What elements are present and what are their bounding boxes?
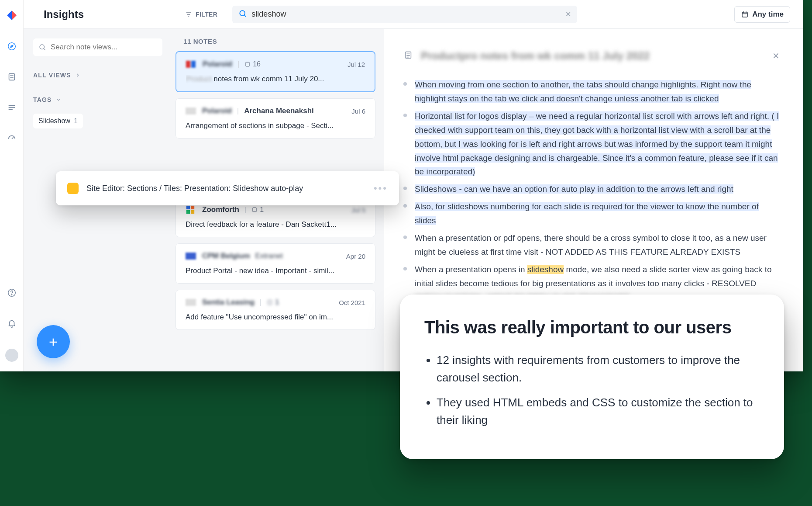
- note-card[interactable]: Polaroid | 16 Jul 12 Product notes from …: [175, 51, 375, 92]
- compass-icon[interactable]: [7, 41, 17, 52]
- note-title: Direct feedback for a feature - Dan Sack…: [186, 220, 365, 229]
- svg-rect-4: [9, 74, 14, 80]
- all-views-link[interactable]: ALL VIEWS: [33, 72, 162, 79]
- note-card[interactable]: CPM Belgium Extranet Apr 20 Product Port…: [175, 243, 375, 284]
- overlay-summary-card: This was really important to our users 1…: [400, 295, 784, 459]
- note-title: Product Portal - new idea - Important - …: [186, 267, 365, 275]
- search-icon: [238, 9, 247, 20]
- insight-popover[interactable]: Site Editor: Sections / Tiles: Presentat…: [56, 171, 399, 205]
- note-date: Jul 5: [351, 206, 365, 214]
- document-icon[interactable]: [7, 72, 17, 82]
- svg-marker-3: [10, 45, 13, 48]
- tag-count: 1: [74, 117, 78, 125]
- note-detail-title: Productpro notes from wk comm 11 July 20…: [421, 50, 650, 62]
- note-author: Polaroid: [203, 60, 232, 69]
- note-icon: [403, 50, 413, 62]
- svg-rect-25: [191, 61, 196, 68]
- note-author: Sentia Leasing: [202, 298, 255, 307]
- note-file-count: 1: [251, 206, 264, 214]
- app-logo-icon[interactable]: [6, 10, 17, 21]
- svg-line-17: [244, 15, 246, 17]
- svg-rect-32: [253, 208, 256, 211]
- clear-search-icon[interactable]: ✕: [565, 10, 571, 18]
- notes-count-label: 11 NOTES: [183, 38, 375, 45]
- note-title: Arrangement of sections in subpage - Sec…: [186, 121, 365, 130]
- search-note-views[interactable]: [33, 38, 162, 56]
- list-icon[interactable]: [7, 102, 17, 113]
- close-icon[interactable]: ✕: [772, 51, 780, 61]
- source-icon: [186, 60, 197, 69]
- svg-rect-35: [268, 300, 272, 304]
- overlay-bullet: They used HTML embeds and CSS to customi…: [437, 394, 760, 429]
- svg-point-22: [40, 45, 45, 49]
- help-icon[interactable]: [7, 288, 17, 298]
- note-author: CPM Belgium: [202, 252, 250, 260]
- note-title: Product notes from wk comm 11 July 20...: [186, 75, 365, 83]
- source-icon: [186, 205, 197, 214]
- note-extra: Extranet: [255, 252, 283, 260]
- search-note-views-input[interactable]: [51, 43, 157, 52]
- tag-name: Slideshow: [38, 117, 70, 125]
- page-title: Insights: [44, 8, 170, 21]
- dashboard-icon[interactable]: [7, 133, 17, 143]
- note-author: Zoomforth: [202, 205, 239, 214]
- search-input[interactable]: [251, 10, 565, 19]
- source-icon: [186, 107, 197, 115]
- file-icon: [267, 299, 273, 305]
- note-date: Jul 12: [348, 61, 365, 68]
- source-icon: [186, 252, 197, 260]
- date-range-button[interactable]: Any time: [734, 6, 790, 23]
- filter-button[interactable]: FILTER: [181, 8, 222, 21]
- svg-rect-27: [186, 107, 196, 114]
- svg-point-16: [240, 10, 245, 16]
- file-icon: [251, 207, 258, 213]
- nav-rail: [0, 0, 24, 371]
- svg-point-12: [11, 295, 12, 295]
- add-button[interactable]: +: [37, 325, 70, 358]
- note-detail-bullets: When moving from one section to another,…: [403, 78, 780, 305]
- note-file-count: 1: [267, 298, 279, 306]
- note-card[interactable]: Sentia Leasing | 1 Oct 2021 Add feature …: [175, 290, 375, 330]
- file-icon: [244, 61, 251, 67]
- overlay-heading: This was really important to our users: [424, 316, 760, 338]
- color-swatch-icon: [67, 183, 79, 194]
- svg-rect-29: [191, 206, 194, 209]
- svg-marker-1: [12, 10, 17, 20]
- svg-rect-30: [186, 210, 190, 214]
- svg-rect-33: [186, 253, 196, 260]
- svg-rect-34: [186, 299, 196, 306]
- search-icon: [38, 43, 46, 51]
- filter-icon: [185, 11, 192, 18]
- calendar-icon: [741, 10, 749, 18]
- topbar: Insights FILTER ✕ Any time: [24, 0, 803, 29]
- svg-rect-26: [246, 62, 249, 66]
- chevron-down-icon: [55, 97, 62, 103]
- svg-rect-28: [186, 206, 190, 209]
- overlay-bullet: 12 insights with requirements from custo…: [437, 351, 760, 387]
- bell-icon[interactable]: [7, 318, 17, 329]
- note-source-blurred: Polaroid: [202, 107, 232, 115]
- svg-line-10: [12, 137, 14, 139]
- date-range-label: Any time: [752, 10, 784, 19]
- chevron-right-icon: [75, 72, 81, 78]
- note-date: Oct 2021: [339, 299, 365, 306]
- source-icon: [186, 298, 197, 307]
- svg-rect-18: [742, 12, 747, 17]
- avatar[interactable]: [5, 349, 18, 362]
- insight-popover-text: Site Editor: Sections / Tiles: Presentat…: [86, 184, 303, 193]
- note-title: Add feature "Use uncompressed file" on i…: [186, 313, 365, 322]
- note-card[interactable]: Polaroid | Archana Meenakshi Jul 6 Arran…: [175, 98, 375, 139]
- svg-rect-31: [191, 210, 194, 214]
- note-date: Apr 20: [346, 253, 365, 260]
- note-author: Archana Meenakshi: [244, 107, 314, 115]
- tags-toggle[interactable]: TAGS: [33, 96, 162, 103]
- note-file-count: 16: [244, 60, 261, 68]
- svg-rect-24: [186, 61, 190, 68]
- search-field[interactable]: ✕: [232, 6, 577, 23]
- svg-line-23: [44, 49, 45, 50]
- filter-label: FILTER: [196, 11, 217, 18]
- tag-chip-slideshow[interactable]: Slideshow 1: [33, 114, 83, 128]
- note-date: Jul 6: [351, 107, 365, 115]
- more-icon[interactable]: •••: [374, 183, 388, 194]
